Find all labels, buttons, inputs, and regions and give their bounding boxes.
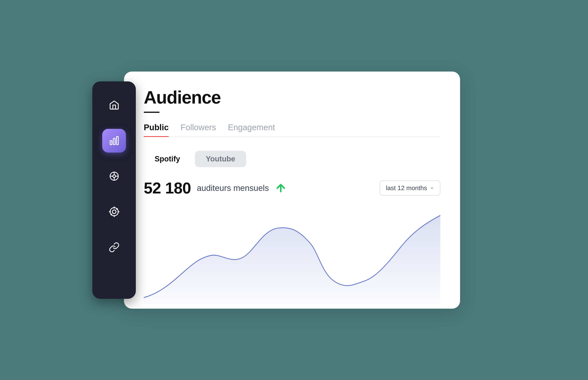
- sidebar-item-music[interactable]: [102, 164, 126, 188]
- tab-followers[interactable]: Followers: [180, 123, 216, 137]
- platform-youtube-button[interactable]: Youtube: [195, 151, 246, 167]
- sidebar: [92, 81, 136, 299]
- audience-chart: [144, 209, 440, 304]
- platform-selector: Spotify Youtube: [144, 151, 440, 167]
- sidebar-item-analytics[interactable]: [102, 129, 126, 152]
- tabs-container: Public Followers Engagement: [144, 123, 440, 137]
- stats-row: 52 180 auditeurs mensuels last 12 months: [144, 179, 440, 197]
- stats-left: 52 180 auditeurs mensuels: [144, 179, 287, 197]
- svg-rect-0: [110, 141, 112, 145]
- tab-engagement[interactable]: Engagement: [228, 123, 275, 137]
- platform-spotify-button[interactable]: Spotify: [144, 151, 191, 167]
- scene: Audience Public Followers Engagement Spo…: [77, 32, 511, 348]
- stats-label: auditeurs mensuels: [197, 183, 269, 193]
- dropdown-value: last 12 months: [386, 184, 427, 192]
- sidebar-item-targets[interactable]: [102, 200, 126, 224]
- chart-container: [144, 209, 440, 304]
- chart-fill: [144, 215, 440, 304]
- svg-rect-1: [113, 138, 115, 145]
- trend-up-icon: [275, 182, 287, 194]
- sidebar-item-links[interactable]: [102, 236, 126, 259]
- page-title: Audience: [144, 87, 440, 108]
- main-card: Audience Public Followers Engagement Spo…: [124, 72, 460, 309]
- stats-number: 52 180: [144, 179, 191, 197]
- svg-point-10: [112, 210, 116, 213]
- title-underline: [144, 112, 159, 113]
- time-range-dropdown[interactable]: last 12 months: [380, 180, 440, 196]
- svg-rect-2: [116, 136, 118, 145]
- tab-public[interactable]: Public: [144, 123, 169, 137]
- sidebar-item-home[interactable]: [102, 93, 126, 117]
- chevron-down-icon: [430, 186, 434, 190]
